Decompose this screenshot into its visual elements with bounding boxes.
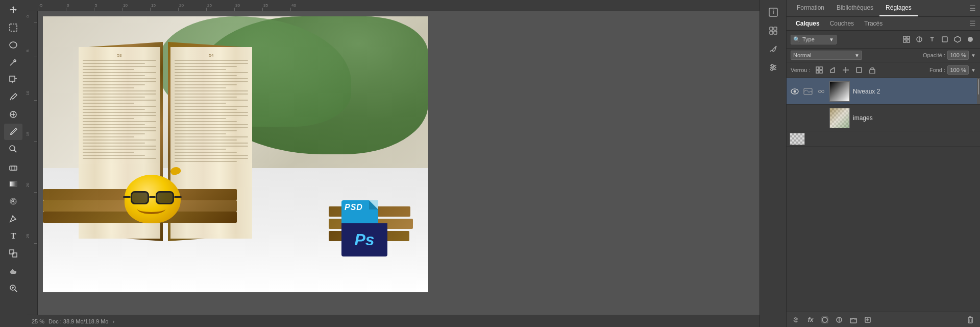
layer-thumb-extra <box>790 133 805 145</box>
opacity-label: Opacité : <box>923 52 945 58</box>
page-num-right: 54 <box>175 53 248 58</box>
link-layers-btn[interactable] <box>791 314 802 325</box>
filter-dot[interactable] <box>965 34 976 45</box>
svg-rect-62 <box>822 317 828 323</box>
vruler-mark-15: 15 <box>27 132 30 136</box>
canvas-area: 53 <box>38 11 760 315</box>
lemon-smile <box>137 204 165 214</box>
layer-row-niveaux2[interactable]: Niveaux 2 <box>787 78 980 105</box>
lemon-tip <box>169 166 182 176</box>
ruler-mark-15: 15 <box>151 3 156 8</box>
filter-dropdown[interactable]: 🔍 Type ▼ <box>791 35 837 44</box>
crop-tool[interactable] <box>4 72 22 88</box>
lock-image-btn[interactable] <box>827 64 838 76</box>
tab-formation[interactable]: Formation <box>791 0 830 16</box>
vruler-mark-0: 0 <box>27 15 30 17</box>
lasso-tool[interactable] <box>4 37 22 53</box>
blend-mode-chevron: ▼ <box>854 53 860 58</box>
lock-position-btn[interactable] <box>840 64 851 76</box>
add-adjustment-btn[interactable] <box>834 314 845 325</box>
hand-tool[interactable] <box>4 263 22 279</box>
marquee-tool[interactable] <box>4 19 22 36</box>
healing-tool[interactable] <box>4 106 22 123</box>
ruler-mark-40: 40 <box>291 3 296 8</box>
gradient-tool[interactable] <box>4 176 22 192</box>
svg-point-12 <box>10 133 12 135</box>
eyedropper-tool[interactable] <box>4 89 22 105</box>
layer-mask-icon-niveaux2[interactable] <box>816 86 826 97</box>
psd-ps-text: Ps <box>354 230 374 249</box>
filter-adjustment-icon[interactable] <box>914 34 925 45</box>
lock-all-btn[interactable] <box>867 64 878 76</box>
glass-arm-right <box>174 196 182 198</box>
tab-reglages[interactable]: Réglages <box>879 0 918 16</box>
opacity-chevron[interactable]: ▼ <box>971 53 976 58</box>
layer-row-extra[interactable] <box>787 131 980 147</box>
fill-value[interactable]: 100 % <box>947 65 969 75</box>
right-icon-info[interactable] <box>764 4 782 20</box>
svg-point-57 <box>794 90 796 92</box>
status-arrow[interactable]: › <box>112 318 114 324</box>
layer-row-images[interactable]: images <box>787 105 980 131</box>
layer-thumb-niveaux2 <box>829 81 850 102</box>
svg-rect-65 <box>850 318 856 323</box>
blend-mode-select[interactable]: Normal ▼ <box>791 51 862 60</box>
ruler-v-content: 0 5 10 15 20 <box>27 11 37 315</box>
svg-line-25 <box>15 290 17 292</box>
lock-pixels-btn[interactable] <box>814 64 825 76</box>
lock-artboard-btn[interactable] <box>853 64 865 76</box>
tab-calques[interactable]: Calques <box>791 17 825 30</box>
glass-frame-right <box>156 191 174 204</box>
add-mask-btn[interactable] <box>819 314 830 325</box>
add-fx-btn[interactable]: fx <box>805 314 816 325</box>
right-icon-color-mixer[interactable] <box>764 59 782 76</box>
text-tool[interactable]: T <box>4 228 22 244</box>
tab-couches[interactable]: Couches <box>825 17 859 30</box>
svg-rect-5 <box>10 76 15 81</box>
lemon-character <box>125 167 186 223</box>
svg-rect-47 <box>942 37 947 42</box>
layer-scrollbar[interactable] <box>977 78 980 104</box>
svg-point-61 <box>822 317 827 322</box>
shape-tool[interactable] <box>4 245 22 262</box>
magic-wand-tool[interactable] <box>4 54 22 71</box>
filter-type-icon[interactable]: T <box>926 34 938 45</box>
clone-stamp-tool[interactable] <box>4 141 22 157</box>
vertical-ruler: 0 5 10 15 20 <box>27 11 38 315</box>
panel-menu-icon[interactable]: ☰ <box>969 4 976 12</box>
zoom-tool[interactable] <box>4 280 22 296</box>
right-icon-properties[interactable] <box>764 22 782 39</box>
svg-rect-32 <box>774 27 777 30</box>
opacity-value[interactable]: 100 % <box>947 51 969 60</box>
svg-point-60 <box>822 90 824 92</box>
add-group-btn[interactable] <box>848 314 859 325</box>
add-layer-btn[interactable] <box>862 314 873 325</box>
layer-visibility-niveaux2[interactable] <box>790 86 800 97</box>
tab-bibliotheques[interactable]: Bibliothèques <box>830 0 879 16</box>
canvas-image[interactable]: 53 <box>43 16 428 292</box>
right-icon-brush-settings[interactable] <box>764 41 782 57</box>
blur-tool[interactable] <box>4 193 22 209</box>
filter-smart-icon[interactable] <box>952 34 963 45</box>
brush-tool[interactable] <box>4 124 22 140</box>
layer-visibility-images[interactable] <box>790 113 800 123</box>
eraser-tool[interactable] <box>4 158 22 175</box>
svg-rect-16 <box>12 166 15 170</box>
fill-chevron[interactable]: ▼ <box>971 67 976 73</box>
filter-shape-icon[interactable] <box>939 34 950 45</box>
pen-tool[interactable] <box>4 211 22 227</box>
move-tool[interactable] <box>4 2 22 18</box>
psd-ps-section: Ps <box>341 223 387 256</box>
vruler-mark-20: 20 <box>27 183 30 188</box>
layer-type-icon-niveaux2 <box>803 86 813 97</box>
left-toolbar: T <box>0 0 27 327</box>
layer-panel-menu-icon[interactable]: ☰ <box>969 19 976 28</box>
delete-layer-btn[interactable] <box>965 314 976 325</box>
canvas-container: 0 5 10 15 20 <box>27 11 760 315</box>
ruler-corner <box>27 0 38 11</box>
tab-traces[interactable]: Tracés <box>859 17 888 30</box>
photo-scene: 53 <box>43 16 428 292</box>
svg-point-59 <box>819 90 821 92</box>
psd-badge: PSD Ps <box>341 200 398 262</box>
filter-pixel-icon[interactable] <box>901 34 912 45</box>
